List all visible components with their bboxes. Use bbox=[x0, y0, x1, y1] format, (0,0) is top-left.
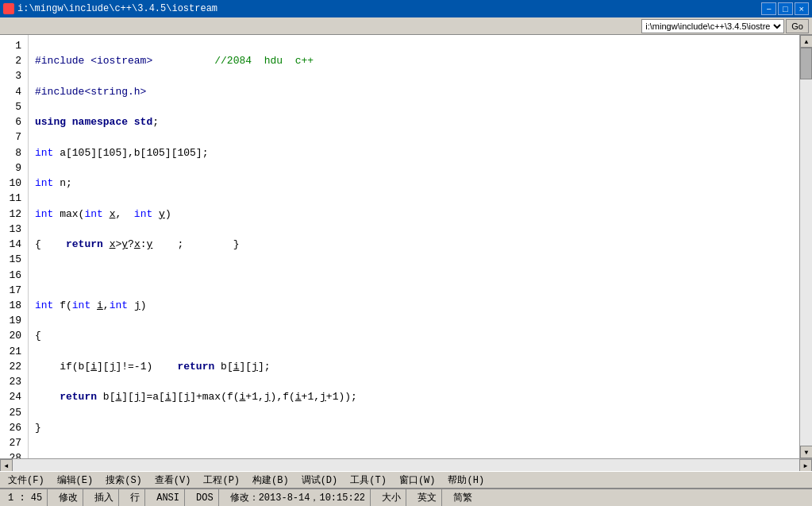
code-line-8 bbox=[35, 268, 799, 283]
scroll-track[interactable] bbox=[800, 48, 812, 446]
title-left: i:\mingw\include\c++\3.4.5\iostream bbox=[3, 3, 217, 14]
line-num-1: 1 bbox=[3, 38, 21, 53]
insert-mode: 插入 bbox=[90, 489, 119, 506]
close-button[interactable]: × bbox=[795, 2, 809, 15]
code-line-12: return b[i][j]=a[i][j]+max(f(i+1,j),f(i+… bbox=[35, 389, 799, 404]
window-controls[interactable]: − □ × bbox=[761, 2, 809, 15]
line-num-4: 4 bbox=[3, 84, 21, 99]
line-numbers: 1 2 3 4 5 6 7 8 9 10 11 12 13 14 15 16 1… bbox=[0, 35, 29, 458]
go-bar: i:\mingw\include\c++\3.4.5\iostream Go bbox=[0, 17, 812, 35]
code-line-14 bbox=[35, 450, 799, 458]
code-line-4: int a[105][105],b[105][105]; bbox=[35, 145, 799, 160]
scroll-right-button[interactable]: ► bbox=[799, 459, 812, 472]
code-line-7: { return x>y?x:y ; } bbox=[35, 237, 799, 252]
go-button[interactable]: Go bbox=[786, 19, 809, 33]
line-num-3: 3 bbox=[3, 68, 21, 83]
horizontal-scrollbar[interactable]: ◄ ► bbox=[0, 458, 812, 471]
menu-build[interactable]: 构建(B) bbox=[246, 472, 295, 489]
edit-mode: 修改 bbox=[54, 489, 83, 506]
menu-view[interactable]: 查看(V) bbox=[148, 472, 198, 489]
hscroll-track[interactable] bbox=[13, 459, 799, 471]
line-num-26: 26 bbox=[3, 420, 21, 435]
line-num-22: 22 bbox=[3, 359, 21, 374]
menu-project[interactable]: 工程(P) bbox=[197, 472, 246, 489]
maximize-button[interactable]: □ bbox=[778, 2, 793, 15]
cursor-position: 1 : 45 bbox=[3, 489, 48, 506]
scroll-up-button[interactable]: ▲ bbox=[800, 35, 812, 48]
line-num-25: 25 bbox=[3, 405, 21, 420]
encoding: ANSI bbox=[152, 489, 185, 506]
code-line-2: #include<string.h> bbox=[35, 84, 799, 99]
window-title: i:\mingw\include\c++\3.4.5\iostream bbox=[17, 3, 217, 14]
menubar: 文件(F) 编辑(E) 搜索(S) 查看(V) 工程(P) 构建(B) 调试(D… bbox=[0, 471, 812, 489]
line-num-10: 10 bbox=[3, 176, 21, 191]
line-num-9: 9 bbox=[3, 160, 21, 176]
scroll-left-button[interactable]: ◄ bbox=[0, 459, 13, 472]
line-num-17: 17 bbox=[3, 283, 21, 298]
file-size: 大小 bbox=[377, 489, 406, 506]
line-num-8: 8 bbox=[3, 145, 21, 160]
code-line-1: #include <iostream> //2084 hdu c++ bbox=[35, 53, 799, 68]
line-num-24: 24 bbox=[3, 389, 21, 404]
line-num-21: 21 bbox=[3, 344, 21, 359]
menu-debug[interactable]: 调试(D) bbox=[295, 472, 344, 489]
minimize-button[interactable]: − bbox=[761, 2, 775, 15]
menu-file[interactable]: 文件(F) bbox=[2, 472, 51, 489]
line-num-2: 2 bbox=[3, 53, 21, 68]
titlebar: i:\mingw\include\c++\3.4.5\iostream − □ … bbox=[0, 0, 812, 17]
code-line-10: { bbox=[35, 328, 799, 343]
code-line-5: int n; bbox=[35, 176, 799, 191]
code-line-11: if(b[i][j]!=-1) return b[i][j]; bbox=[35, 359, 799, 374]
vertical-scrollbar[interactable]: ▲ ▼ bbox=[799, 35, 812, 458]
line-label: 行 bbox=[125, 489, 145, 506]
menu-edit[interactable]: 编辑(E) bbox=[51, 472, 100, 489]
statusbar: 1 : 45 修改 插入 行 ANSI DOS 修改：2013-8-14，10:… bbox=[0, 489, 812, 506]
line-num-7: 7 bbox=[3, 129, 21, 145]
line-num-6: 6 bbox=[3, 114, 21, 129]
menu-help[interactable]: 帮助(H) bbox=[441, 472, 491, 489]
code-line-6: int max(int x, int y) bbox=[35, 207, 799, 222]
editor-area: 1 2 3 4 5 6 7 8 9 10 11 12 13 14 15 16 1… bbox=[0, 35, 812, 458]
modified-date: 修改：2013-8-14，10:15:22 bbox=[225, 489, 371, 506]
menu-tools[interactable]: 工具(T) bbox=[344, 472, 393, 489]
line-num-15: 15 bbox=[3, 252, 21, 267]
code-editor[interactable]: #include <iostream> //2084 hdu c++ #incl… bbox=[29, 35, 799, 458]
line-num-16: 16 bbox=[3, 268, 21, 283]
language: 英文 bbox=[413, 489, 442, 506]
code-line-13: } bbox=[35, 420, 799, 435]
code-line-9: int f(int i,int j) bbox=[35, 298, 799, 313]
menu-search[interactable]: 搜索(S) bbox=[99, 472, 148, 489]
charset-toggle: 简繁 bbox=[448, 489, 477, 506]
line-num-18: 18 bbox=[3, 298, 21, 313]
file-selector[interactable]: i:\mingw\include\c++\3.4.5\iostream bbox=[641, 19, 784, 33]
line-num-14: 14 bbox=[3, 237, 21, 252]
line-num-11: 11 bbox=[3, 191, 21, 206]
line-num-27: 27 bbox=[3, 435, 21, 450]
file-format: DOS bbox=[191, 489, 219, 506]
line-num-28: 28 bbox=[3, 450, 21, 458]
line-num-20: 20 bbox=[3, 328, 21, 343]
scroll-thumb[interactable] bbox=[800, 48, 812, 79]
menu-window[interactable]: 窗口(W) bbox=[393, 472, 442, 489]
line-num-23: 23 bbox=[3, 374, 21, 389]
code-line-3: using namespace std; bbox=[35, 114, 799, 129]
line-num-19: 19 bbox=[3, 313, 21, 328]
line-num-13: 13 bbox=[3, 222, 21, 237]
app-icon bbox=[3, 3, 14, 14]
line-num-5: 5 bbox=[3, 99, 21, 114]
scroll-down-button[interactable]: ▼ bbox=[800, 446, 812, 458]
line-num-12: 12 bbox=[3, 207, 21, 222]
